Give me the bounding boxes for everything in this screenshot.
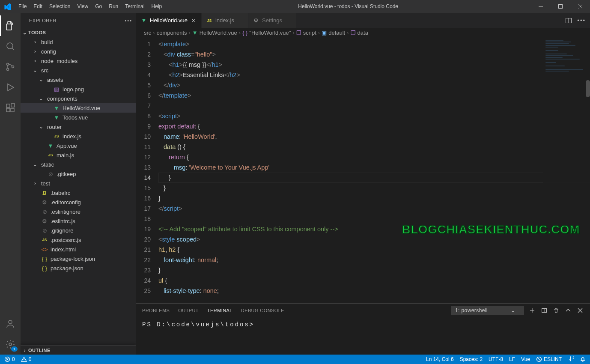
breadcrumb-item[interactable]: src <box>144 30 151 36</box>
terminal-select[interactable]: 1: powershell ⌄ <box>451 306 524 315</box>
activity-debug-icon[interactable] <box>0 77 21 98</box>
svg-point-2 <box>7 43 13 49</box>
tree-item[interactable]: JSmain.js <box>21 150 136 160</box>
explorer-title: EXPLORER <box>29 18 57 23</box>
svg-rect-9 <box>11 104 15 107</box>
menu-help[interactable]: Help <box>148 0 166 13</box>
tree-item[interactable]: { }package.json <box>21 263 136 273</box>
tree-item[interactable]: ▧logo.png <box>21 84 136 94</box>
tree-item[interactable]: ⚙.eslintrc.js <box>21 216 136 226</box>
tree-item[interactable]: B.babelrc <box>21 188 136 197</box>
close-tab-icon[interactable]: × <box>190 17 197 24</box>
breadcrumb-item[interactable]: ❐script <box>296 30 316 36</box>
svg-rect-8 <box>11 108 14 112</box>
editor-scrollbar[interactable] <box>584 37 590 303</box>
panel-tab-output[interactable]: OUTPUT <box>178 306 199 315</box>
window-title: HelloWorld.vue - todos - Visual Studio C… <box>165 3 531 9</box>
menu-file[interactable]: File <box>15 0 30 13</box>
svg-point-11 <box>9 343 12 346</box>
menu-run[interactable]: Run <box>105 0 122 13</box>
tree-item[interactable]: ⊘.eslintignore <box>21 207 136 216</box>
maximize-button[interactable] <box>551 0 570 13</box>
tree-item[interactable]: ›node_modules <box>21 56 136 66</box>
explorer-root[interactable]: ⌄TODOS <box>21 28 136 37</box>
code-editor[interactable]: 1234567891011121314151617181920212223242… <box>136 37 590 303</box>
activity-extensions-icon[interactable] <box>0 98 21 118</box>
new-terminal-icon[interactable] <box>528 307 536 314</box>
activity-search-icon[interactable] <box>0 36 21 57</box>
breadcrumb-item[interactable]: ▼HelloWorld.vue <box>192 30 237 36</box>
tree-item[interactable]: <>index.html <box>21 245 136 254</box>
tree-item[interactable]: ⊘.gitkeep <box>21 169 136 179</box>
outline-section[interactable]: ›OUTLINE <box>21 345 136 355</box>
status-errors[interactable]: 0 <box>4 356 15 362</box>
svg-point-10 <box>9 320 12 324</box>
status-encoding[interactable]: UTF-8 <box>489 356 503 362</box>
title-bar: FileEditSelectionViewGoRunTerminalHelp H… <box>0 0 590 13</box>
breadcrumb-item[interactable]: ❐data <box>351 30 368 36</box>
tree-item[interactable]: ›config <box>21 47 136 56</box>
terminal-output[interactable]: PS D:\code\vuejs\todos> <box>136 317 590 355</box>
tree-item[interactable]: ⌄static <box>21 160 136 169</box>
watermark-text: BLOGCHIASEKIENTHUC.COM <box>402 223 580 236</box>
tree-item[interactable]: { }package-lock.json <box>21 254 136 263</box>
tree-item[interactable]: ⚙.editorconfig <box>21 197 136 207</box>
breadcrumbs[interactable]: src›components›▼HelloWorld.vue›{ }"Hello… <box>136 28 590 37</box>
status-eol[interactable]: LF <box>509 356 515 362</box>
split-terminal-icon[interactable] <box>540 307 548 314</box>
status-warnings[interactable]: 0 <box>21 356 32 362</box>
svg-point-4 <box>7 69 9 71</box>
tree-item[interactable]: ›build <box>21 37 136 47</box>
tree-item[interactable]: ⊘.gitignore <box>21 226 136 235</box>
activity-scm-icon[interactable] <box>0 57 21 77</box>
tree-item[interactable]: ▼Todos.vue <box>21 113 136 122</box>
close-panel-icon[interactable] <box>576 307 584 314</box>
tab-more-icon[interactable]: ••• <box>577 17 586 24</box>
menu-go[interactable]: Go <box>92 0 105 13</box>
menu-selection[interactable]: Selection <box>46 0 74 13</box>
activity-manage-icon[interactable]: 1 <box>0 334 21 355</box>
status-cursor[interactable]: Ln 14, Col 6 <box>426 356 454 362</box>
menu-view[interactable]: View <box>74 0 92 13</box>
status-spaces[interactable]: Spaces: 2 <box>460 356 483 362</box>
svg-rect-6 <box>6 104 10 107</box>
tree-item[interactable]: ⌄src <box>21 66 136 75</box>
editor-tabs: ▼HelloWorld.vue×JSindex.js×⚙Settings× ••… <box>136 13 590 28</box>
activity-explorer-icon[interactable] <box>0 15 21 36</box>
minimize-button[interactable] <box>531 0 551 13</box>
panel-tab-terminal[interactable]: TERMINAL <box>207 306 232 315</box>
editor-tab[interactable]: ▼HelloWorld.vue× <box>136 13 202 28</box>
editor-tab[interactable]: JSindex.js× <box>202 13 248 28</box>
status-bar: 0 0 Ln 14, Col 6 Spaces: 2 UTF-8 LF Vue … <box>0 355 590 364</box>
tree-item[interactable]: JSindex.js <box>21 131 136 141</box>
breadcrumb-item[interactable]: components <box>157 30 187 36</box>
manage-badge: 1 <box>11 346 18 352</box>
explorer-sidebar: EXPLORER ••• ⌄TODOS ›build›config›node_m… <box>21 13 136 355</box>
tree-item[interactable]: ⌄components <box>21 94 136 103</box>
tree-item[interactable]: ⌄assets <box>21 75 136 84</box>
menu-terminal[interactable]: Terminal <box>122 0 148 13</box>
split-editor-icon[interactable] <box>565 17 572 24</box>
status-feedback-icon[interactable] <box>568 356 574 362</box>
explorer-more-icon[interactable]: ••• <box>125 18 132 23</box>
kill-terminal-icon[interactable] <box>552 307 560 314</box>
tree-item[interactable]: ▼HelloWorld.vue <box>21 103 136 113</box>
status-bell-icon[interactable] <box>580 356 586 362</box>
tree-item[interactable]: ›test <box>21 179 136 188</box>
activity-account-icon[interactable] <box>0 313 21 334</box>
tree-item[interactable]: ⌄router <box>21 122 136 131</box>
panel-tab-problems[interactable]: PROBLEMS <box>142 306 170 315</box>
breadcrumb-item[interactable]: ▣default <box>322 30 345 36</box>
status-eslint[interactable]: ESLINT <box>536 356 562 362</box>
close-button[interactable] <box>570 0 590 13</box>
tree-item[interactable]: ▼App.vue <box>21 141 136 150</box>
minimap[interactable] <box>543 37 590 303</box>
panel-tab-debug-console[interactable]: DEBUG CONSOLE <box>241 306 284 315</box>
status-language[interactable]: Vue <box>521 356 530 362</box>
tree-item[interactable]: JS.postcssrc.js <box>21 235 136 245</box>
maximize-panel-icon[interactable] <box>564 307 572 314</box>
breadcrumb-item[interactable]: { }"HelloWorld.vue" <box>242 30 291 36</box>
chevron-down-icon: ⌄ <box>511 307 515 313</box>
editor-tab[interactable]: ⚙Settings× <box>248 13 296 28</box>
menu-edit[interactable]: Edit <box>30 0 46 13</box>
